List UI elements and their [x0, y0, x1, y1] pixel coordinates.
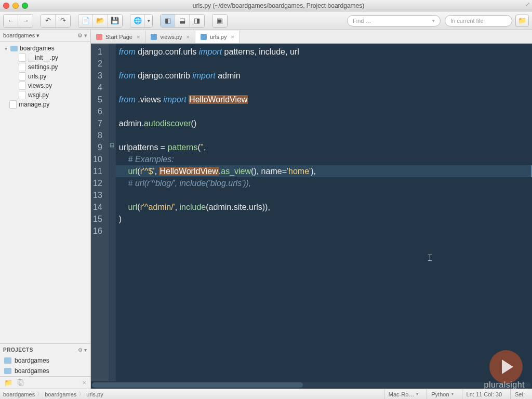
- find-scope-placeholder: In current file: [450, 18, 484, 24]
- undo-redo-group: ↶ ↷: [41, 14, 71, 28]
- tree-file[interactable]: manage.py: [0, 100, 90, 109]
- close-window-button[interactable]: [3, 3, 9, 9]
- save-button[interactable]: 💾: [108, 15, 122, 27]
- tree-item-label: urls.py: [28, 73, 46, 80]
- open-file-button[interactable]: 📂: [93, 15, 108, 27]
- line-number-gutter: 1234 5678 9101112 13141516: [91, 44, 109, 381]
- main-area: boardgames ▾ ⚙ ▾ ▾ boardgames __init__.p…: [0, 30, 532, 389]
- tree-folder-root[interactable]: ▾ boardgames: [0, 44, 90, 53]
- code-content[interactable]: from django.conf.urls import patterns, i…: [116, 44, 532, 381]
- tree-file[interactable]: __init__.py: [0, 53, 90, 62]
- file-tree: ▾ boardgames __init__.py settings.py url…: [0, 42, 90, 343]
- language-label: Python: [431, 391, 449, 397]
- project-item[interactable]: boardgames: [0, 366, 90, 376]
- close-tab-icon[interactable]: ×: [231, 34, 234, 40]
- python-file-icon: [151, 34, 157, 40]
- python-file-icon: [19, 91, 26, 99]
- projects-panel: PROJECTS ⚙ ▾ boardgames boardgames: [0, 343, 90, 376]
- terminal-button[interactable]: ▣: [212, 15, 227, 27]
- layout-bottom-panel-button[interactable]: ⬓: [175, 15, 190, 27]
- open-folder-icon[interactable]: 📁: [4, 379, 12, 387]
- find-placeholder: Find …: [353, 18, 371, 24]
- nav-history-group: ← →: [3, 14, 33, 28]
- scrollbar-thumb[interactable]: [92, 382, 303, 388]
- tree-item-label: boardgames: [20, 45, 55, 52]
- page-icon: [96, 34, 102, 40]
- editor-area: Start Page× views.py× urls.py× 1234 5678…: [91, 30, 532, 389]
- browser-preview-button[interactable]: 🌐: [130, 15, 145, 27]
- window-title: urls.py (~/dev/boardgames/boardgames, Pr…: [28, 2, 529, 9]
- minimize-window-button[interactable]: [12, 3, 19, 9]
- project-label: boardgames: [15, 367, 49, 375]
- sidebar-project-selector[interactable]: boardgames ▾: [3, 32, 39, 39]
- new-file-button[interactable]: 📄: [78, 15, 93, 27]
- forward-button[interactable]: →: [18, 15, 33, 27]
- close-tab-icon[interactable]: ×: [187, 34, 190, 40]
- folder-icon: [4, 357, 11, 364]
- redo-button[interactable]: ↷: [56, 15, 70, 27]
- tree-item-label: __init__.py: [28, 54, 58, 61]
- tree-file[interactable]: views.py: [0, 81, 90, 90]
- tab-views-py[interactable]: views.py×: [145, 31, 195, 43]
- chevron-down-icon: ▾: [432, 18, 435, 23]
- encoding-selector[interactable]: Mac-Ro…▾: [384, 389, 423, 399]
- find-scope-input[interactable]: In current file: [445, 15, 512, 26]
- python-file-icon: [19, 63, 26, 71]
- layout-right-panel-button[interactable]: ◨: [190, 15, 204, 27]
- sidebar: boardgames ▾ ⚙ ▾ ▾ boardgames __init__.p…: [0, 30, 91, 389]
- copy-icon[interactable]: ⿻: [18, 379, 24, 387]
- window-controls: [3, 3, 28, 9]
- tab-label: Start Page: [105, 34, 132, 40]
- breadcrumb-segment[interactable]: boardgames: [3, 391, 35, 397]
- tree-item-label: views.py: [28, 82, 52, 89]
- python-file-icon: [19, 54, 26, 61]
- close-tab-icon[interactable]: ×: [137, 34, 140, 40]
- console-group: ▣: [212, 14, 228, 28]
- encoding-label: Mac-Ro…: [389, 391, 415, 397]
- expand-icon[interactable]: ⤢: [525, 1, 530, 8]
- breadcrumb-segment[interactable]: urls.py: [86, 391, 103, 397]
- fold-toggle-icon[interactable]: ⊟: [109, 139, 116, 151]
- gear-icon[interactable]: ⚙ ▾: [78, 347, 87, 353]
- tabbar: Start Page× views.py× urls.py×: [91, 30, 532, 44]
- close-icon[interactable]: ×: [82, 379, 86, 387]
- python-file-icon: [19, 82, 26, 89]
- python-file-icon: [201, 34, 207, 40]
- python-file-icon: [9, 101, 17, 108]
- run-group: 🌐 ▾: [130, 14, 153, 28]
- folder-icon: [4, 368, 11, 374]
- code-editor[interactable]: 1234 5678 9101112 13141516 ⊟ from django…: [91, 44, 532, 381]
- language-selector[interactable]: Python▾: [427, 389, 457, 399]
- selection-info: Sel:: [510, 389, 529, 399]
- tree-file[interactable]: wsgi.py: [0, 90, 90, 100]
- tree-file[interactable]: urls.py: [0, 72, 90, 81]
- run-dropdown-button[interactable]: ▾: [145, 15, 152, 27]
- gear-icon[interactable]: ⚙ ▾: [77, 32, 87, 39]
- tab-label: urls.py: [210, 34, 227, 40]
- file-group: 📄 📂 💾: [78, 14, 123, 28]
- breadcrumb-segment[interactable]: boardgames: [45, 391, 76, 397]
- position-label: Ln: 11 Col: 30: [467, 391, 502, 397]
- text-caret-icon: 𝙸: [427, 252, 433, 264]
- sidebar-footer: 📁 ⿻ ×: [0, 376, 90, 389]
- tab-label: views.py: [160, 34, 182, 40]
- cursor-position[interactable]: Ln: 11 Col: 30: [462, 389, 507, 399]
- zoom-window-button[interactable]: [22, 3, 28, 9]
- breadcrumb[interactable]: boardgames〉 boardgames〉 urls.py: [3, 390, 103, 398]
- layout-group: ◧ ⬓ ◨: [160, 14, 205, 28]
- projects-header[interactable]: PROJECTS ⚙ ▾: [0, 344, 90, 355]
- undo-button[interactable]: ↶: [41, 15, 56, 27]
- disclosure-open-icon[interactable]: ▾: [3, 46, 8, 51]
- layout-left-panel-button[interactable]: ◧: [161, 15, 175, 27]
- find-input[interactable]: Find … ▾: [347, 15, 441, 26]
- back-button[interactable]: ←: [4, 15, 18, 27]
- project-label: boardgames: [15, 357, 49, 364]
- horizontal-scrollbar[interactable]: [91, 381, 532, 389]
- open-folder-button[interactable]: 📁: [515, 15, 529, 27]
- sidebar-header[interactable]: boardgames ▾ ⚙ ▾: [0, 30, 90, 42]
- tab-start-page[interactable]: Start Page×: [91, 31, 145, 43]
- tab-urls-py[interactable]: urls.py×: [195, 31, 240, 43]
- project-item[interactable]: boardgames: [0, 355, 90, 366]
- tree-item-label: settings.py: [28, 63, 58, 71]
- tree-file[interactable]: settings.py: [0, 62, 90, 72]
